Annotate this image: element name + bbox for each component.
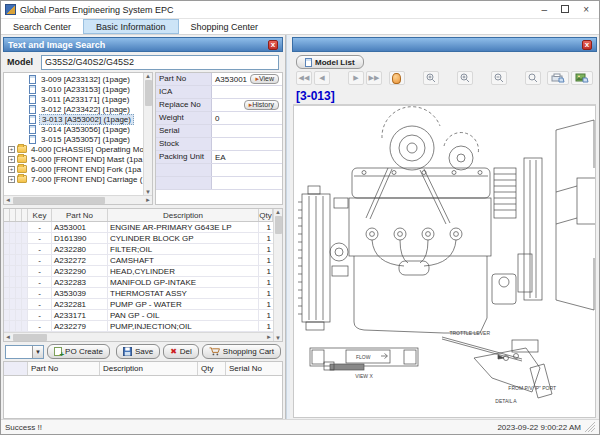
tab-shopping-center[interactable]: Shopping Center bbox=[179, 19, 271, 34]
diagram-canvas[interactable]: FLOW VIEW X TROTTLE LEVER FROM P/V "P" P… bbox=[293, 104, 596, 418]
tree-item[interactable]: 3-010 [A233153] (1page) bbox=[4, 84, 143, 94]
tree-expand-icon[interactable]: + bbox=[8, 146, 15, 153]
status-timestamp: 2023-09-22 9:00:22 AM bbox=[497, 423, 581, 432]
tree-item[interactable]: 3-009 [A233132] (1page) bbox=[4, 74, 143, 84]
action-row: ▼ PO Create Save ✖ Del Shopping Cart bbox=[3, 342, 283, 361]
tree-item[interactable]: 3-014 [A353056] (1page) bbox=[4, 124, 143, 134]
tree-item[interactable]: +6-000 [FRONT END] Fork (1pa bbox=[4, 164, 143, 174]
cell-description: MANIFOLD GP-INTAKE bbox=[108, 277, 259, 287]
tree-expand-icon[interactable]: + bbox=[8, 156, 15, 163]
shopping-cart-button[interactable]: Shopping Cart bbox=[202, 344, 281, 359]
tree-item[interactable]: +7-000 [FRONT END] Carriage ( bbox=[4, 174, 143, 184]
table-row[interactable]: -A232280FILTER;OIL1 bbox=[4, 244, 273, 255]
tree-item-label: 3-014 [A353056] (1page) bbox=[39, 125, 132, 134]
parts-vertical-scrollbar[interactable]: ▲ ▼ bbox=[273, 209, 282, 341]
parts-horizontal-scrollbar[interactable]: ◄ ► bbox=[4, 332, 273, 341]
document-icon bbox=[305, 58, 312, 67]
zoom-fit-icon[interactable] bbox=[525, 71, 541, 85]
panel-close-icon[interactable]: x bbox=[582, 40, 592, 50]
pan-hand-icon[interactable] bbox=[389, 71, 405, 85]
detail-row: Serial bbox=[156, 125, 282, 138]
tree-item-label: 3-009 [A233132] (1page) bbox=[39, 75, 132, 84]
print-button[interactable] bbox=[547, 71, 569, 85]
folder-icon bbox=[17, 165, 27, 173]
scroll-left-icon[interactable]: ◄ bbox=[5, 334, 11, 340]
panel-close-icon[interactable]: x bbox=[268, 40, 278, 50]
scroll-right-icon[interactable]: ► bbox=[266, 334, 272, 340]
scroll-down-icon[interactable]: ▼ bbox=[275, 335, 281, 341]
chevron-down-icon[interactable]: ▼ bbox=[32, 346, 43, 358]
col-key: Key bbox=[28, 209, 52, 221]
table-row[interactable]: -A232272CAMSHAFT1 bbox=[4, 255, 273, 266]
tree-item-label: 3-010 [A233153] (1page) bbox=[39, 85, 132, 94]
order-table-header: Part No Description Qty Serial No bbox=[4, 362, 282, 376]
detail-value bbox=[212, 138, 282, 150]
scrollbar-thumb[interactable] bbox=[13, 197, 105, 204]
po-create-button[interactable]: PO Create bbox=[47, 344, 110, 359]
resize-grip[interactable] bbox=[585, 422, 595, 432]
tree-item[interactable]: 3-011 [A233171] (1page) bbox=[4, 94, 143, 104]
table-row[interactable]: -A233171PAN GP - OIL1 bbox=[4, 310, 273, 321]
model-list-button[interactable]: Model List bbox=[296, 55, 364, 69]
detail-value: 0 bbox=[212, 112, 282, 124]
tree-item[interactable]: 3-013 [A353002] (1page) bbox=[4, 114, 143, 124]
table-row[interactable]: -A353001ENGINE AR-PRIMARY G643E LP1 bbox=[4, 222, 273, 233]
save-button[interactable]: Save bbox=[116, 344, 160, 359]
detail-label: ICA bbox=[156, 86, 212, 98]
tree-item[interactable]: +5-000 [FRONT END] Mast (1pa bbox=[4, 154, 143, 164]
detail-value: EA bbox=[212, 151, 282, 163]
maximize-icon[interactable] bbox=[561, 5, 569, 15]
cell-description: FILTER;OIL bbox=[108, 244, 259, 254]
tree-item-label: 6-000 [FRONT END] Fork (1pa bbox=[29, 165, 143, 174]
delete-button[interactable]: ✖ Del bbox=[163, 344, 199, 359]
tree-expand-icon[interactable]: + bbox=[8, 176, 15, 183]
view-button[interactable]: ▸View bbox=[250, 74, 279, 84]
view-x-label: VIEW X bbox=[355, 373, 373, 379]
first-page-icon[interactable]: ◀◀ bbox=[296, 71, 312, 85]
tab-basic-information[interactable]: Basic Information bbox=[83, 19, 179, 34]
model-row: Model bbox=[3, 52, 283, 72]
table-row[interactable]: -D161390CYLINDER BLOCK GP1 bbox=[4, 233, 273, 244]
detail-value bbox=[212, 177, 282, 189]
folder-icon bbox=[17, 155, 27, 163]
qty-combobox[interactable]: ▼ bbox=[5, 345, 44, 359]
history-button[interactable]: ▸History bbox=[244, 100, 279, 110]
tree-vertical-scrollbar[interactable]: ▲ ▼ bbox=[143, 73, 152, 195]
close-icon[interactable]: × bbox=[583, 5, 589, 15]
tree-item[interactable]: +4-000 [CHASSIS] Operating Mo bbox=[4, 144, 143, 154]
previous-page-icon[interactable]: ◀ bbox=[314, 71, 330, 85]
table-row[interactable]: -A353039THERMOSTAT ASSY1 bbox=[4, 288, 273, 299]
next-page-icon[interactable]: ▶ bbox=[348, 71, 364, 85]
scroll-right-icon[interactable]: ► bbox=[145, 197, 151, 203]
tab-search-center[interactable]: Search Center bbox=[1, 19, 83, 34]
model-input[interactable] bbox=[41, 55, 279, 70]
tree-horizontal-scrollbar[interactable]: ◄ ► bbox=[4, 195, 152, 204]
table-row[interactable]: -A232279PUMP,INJECTION;OIL1 bbox=[4, 321, 273, 332]
cell-qty: 1 bbox=[259, 321, 273, 331]
scroll-left-icon[interactable]: ◄ bbox=[5, 197, 11, 203]
table-row[interactable]: -A232290HEAD,CYLINDER1 bbox=[4, 266, 273, 277]
table-row[interactable]: -A232283MANIFOLD GP-INTAKE1 bbox=[4, 277, 273, 288]
zoom-area-icon[interactable] bbox=[457, 71, 473, 85]
last-page-icon[interactable]: ▶▶ bbox=[366, 71, 382, 85]
zoom-in-icon[interactable] bbox=[423, 71, 439, 85]
figure-id: [3-013] bbox=[292, 87, 597, 104]
zoom-out-icon[interactable] bbox=[491, 71, 507, 85]
scrollbar-thumb[interactable] bbox=[13, 334, 47, 341]
titlebar: Global Parts Engineering System EPC – × bbox=[1, 1, 599, 19]
scroll-up-icon[interactable]: ▲ bbox=[145, 73, 151, 79]
scroll-up-icon[interactable]: ▲ bbox=[275, 209, 281, 215]
detail-value bbox=[212, 86, 282, 98]
detail-row: Stock bbox=[156, 138, 282, 151]
tree-item[interactable]: 3-015 [A353057] (1page) bbox=[4, 134, 143, 144]
print-image-button[interactable] bbox=[571, 71, 593, 85]
scrollbar-thumb[interactable] bbox=[275, 216, 282, 234]
po-create-icon bbox=[54, 347, 62, 356]
col-description: Description bbox=[108, 209, 259, 221]
scrollbar-thumb[interactable] bbox=[145, 80, 152, 106]
table-row[interactable]: -A232281PUMP GP - WATER1 bbox=[4, 299, 273, 310]
cell-qty: 1 bbox=[259, 233, 273, 243]
tree-expand-icon[interactable]: + bbox=[8, 166, 15, 173]
tree-item[interactable]: 3-012 [A233422] (1page) bbox=[4, 104, 143, 114]
minimize-icon[interactable]: – bbox=[542, 5, 548, 15]
